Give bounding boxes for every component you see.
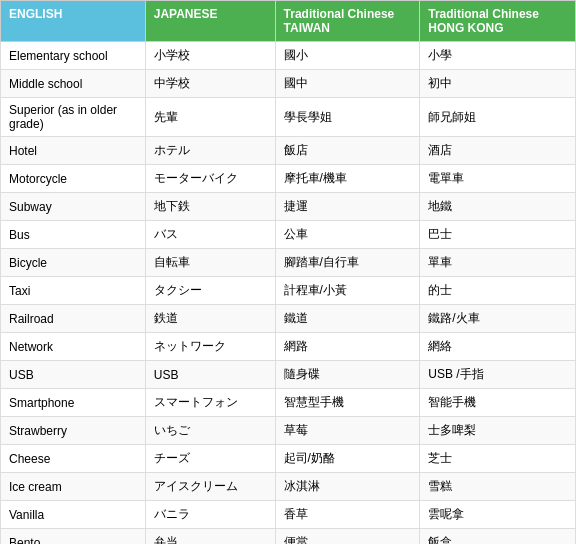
cell-japanese: 自転車 xyxy=(145,249,275,277)
cell-japanese: ホテル xyxy=(145,137,275,165)
cell-hongkong: 芝士 xyxy=(420,445,576,473)
cell-english: Hotel xyxy=(1,137,146,165)
cell-japanese: 小学校 xyxy=(145,42,275,70)
header-hongkong: Traditional ChineseHONG KONG xyxy=(420,1,576,42)
table-row: Superior (as in older grade)先輩學長學姐師兄師姐 xyxy=(1,98,576,137)
cell-english: Motorcycle xyxy=(1,165,146,193)
table-row: Motorcycleモーターバイク摩托車/機車電單車 xyxy=(1,165,576,193)
cell-hongkong: 師兄師姐 xyxy=(420,98,576,137)
cell-english: Elementary school xyxy=(1,42,146,70)
header-japanese: JAPANESE xyxy=(145,1,275,42)
cell-hongkong: 地鐵 xyxy=(420,193,576,221)
cell-taiwan: 腳踏車/自行車 xyxy=(275,249,420,277)
cell-taiwan: 捷運 xyxy=(275,193,420,221)
cell-english: USB xyxy=(1,361,146,389)
table-row: Cheeseチーズ起司/奶酪芝士 xyxy=(1,445,576,473)
cell-taiwan: 計程車/小黃 xyxy=(275,277,420,305)
cell-taiwan: 草莓 xyxy=(275,417,420,445)
cell-japanese: バニラ xyxy=(145,501,275,529)
cell-japanese: ネットワーク xyxy=(145,333,275,361)
cell-hongkong: 智能手機 xyxy=(420,389,576,417)
cell-english: Network xyxy=(1,333,146,361)
cell-english: Cheese xyxy=(1,445,146,473)
header-taiwan: Traditional ChineseTAIWAN xyxy=(275,1,420,42)
cell-hongkong: 士多啤梨 xyxy=(420,417,576,445)
cell-english: Vanilla xyxy=(1,501,146,529)
cell-japanese: 先輩 xyxy=(145,98,275,137)
cell-taiwan: 網路 xyxy=(275,333,420,361)
table-row: Strawberryいちご草莓士多啤梨 xyxy=(1,417,576,445)
cell-taiwan: 國小 xyxy=(275,42,420,70)
cell-hongkong: 的士 xyxy=(420,277,576,305)
cell-hongkong: 酒店 xyxy=(420,137,576,165)
cell-taiwan: 公車 xyxy=(275,221,420,249)
cell-taiwan: 便當 xyxy=(275,529,420,545)
table-row: Bicycle自転車腳踏車/自行車單車 xyxy=(1,249,576,277)
table-row: Elementary school小学校國小小學 xyxy=(1,42,576,70)
table-row: Smartphoneスマートフォン智慧型手機智能手機 xyxy=(1,389,576,417)
table-row: Busバス公車巴士 xyxy=(1,221,576,249)
cell-japanese: 地下鉄 xyxy=(145,193,275,221)
cell-hongkong: 飯盒 xyxy=(420,529,576,545)
cell-taiwan: 飯店 xyxy=(275,137,420,165)
header-english: ENGLISH xyxy=(1,1,146,42)
cell-hongkong: 鐵路/火車 xyxy=(420,305,576,333)
table-row: Taxiタクシー計程車/小黃的士 xyxy=(1,277,576,305)
cell-english: Railroad xyxy=(1,305,146,333)
cell-taiwan: 國中 xyxy=(275,70,420,98)
cell-hongkong: 巴士 xyxy=(420,221,576,249)
table-row: Hotelホテル飯店酒店 xyxy=(1,137,576,165)
cell-japanese: 鉄道 xyxy=(145,305,275,333)
cell-english: Strawberry xyxy=(1,417,146,445)
cell-hongkong: 小學 xyxy=(420,42,576,70)
cell-japanese: チーズ xyxy=(145,445,275,473)
cell-taiwan: 摩托車/機車 xyxy=(275,165,420,193)
cell-hongkong: 初中 xyxy=(420,70,576,98)
cell-taiwan: 隨身碟 xyxy=(275,361,420,389)
cell-hongkong: 雲呢拿 xyxy=(420,501,576,529)
table-row: Networkネットワーク網路網絡 xyxy=(1,333,576,361)
table-row: Railroad鉄道鐵道鐵路/火車 xyxy=(1,305,576,333)
cell-japanese: 弁当 xyxy=(145,529,275,545)
cell-japanese: 中学校 xyxy=(145,70,275,98)
cell-english: Smartphone xyxy=(1,389,146,417)
table-row: Middle school中学校國中初中 xyxy=(1,70,576,98)
cell-english: Subway xyxy=(1,193,146,221)
table-row: Subway地下鉄捷運地鐵 xyxy=(1,193,576,221)
cell-hongkong: 單車 xyxy=(420,249,576,277)
cell-taiwan: 香草 xyxy=(275,501,420,529)
cell-japanese: アイスクリーム xyxy=(145,473,275,501)
cell-japanese: タクシー xyxy=(145,277,275,305)
cell-english: Middle school xyxy=(1,70,146,98)
cell-taiwan: 冰淇淋 xyxy=(275,473,420,501)
cell-english: Bus xyxy=(1,221,146,249)
cell-japanese: バス xyxy=(145,221,275,249)
cell-english: Ice cream xyxy=(1,473,146,501)
comparison-table: ENGLISH JAPANESE Traditional ChineseTAIW… xyxy=(0,0,576,544)
cell-english: Bicycle xyxy=(1,249,146,277)
cell-english: Superior (as in older grade) xyxy=(1,98,146,137)
cell-hongkong: 電單車 xyxy=(420,165,576,193)
cell-japanese: モーターバイク xyxy=(145,165,275,193)
cell-japanese: いちご xyxy=(145,417,275,445)
cell-english: Bento xyxy=(1,529,146,545)
cell-hongkong: 雪糕 xyxy=(420,473,576,501)
table-row: Vanillaバニラ香草雲呢拿 xyxy=(1,501,576,529)
cell-taiwan: 鐵道 xyxy=(275,305,420,333)
table-row: Ice creamアイスクリーム冰淇淋雪糕 xyxy=(1,473,576,501)
cell-taiwan: 智慧型手機 xyxy=(275,389,420,417)
cell-taiwan: 學長學姐 xyxy=(275,98,420,137)
cell-japanese: USB xyxy=(145,361,275,389)
cell-japanese: スマートフォン xyxy=(145,389,275,417)
cell-hongkong: USB /手指 xyxy=(420,361,576,389)
cell-english: Taxi xyxy=(1,277,146,305)
table-row: USBUSB隨身碟USB /手指 xyxy=(1,361,576,389)
table-row: Bento弁当便當飯盒 xyxy=(1,529,576,545)
cell-taiwan: 起司/奶酪 xyxy=(275,445,420,473)
cell-hongkong: 網絡 xyxy=(420,333,576,361)
